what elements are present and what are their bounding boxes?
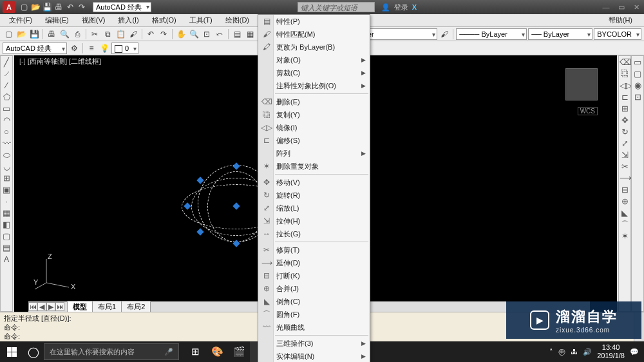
menu-solidedit-sub[interactable]: 实体编辑(N)▶ [258,350,370,362]
table-icon[interactable]: ▤ [1,243,12,253]
ellipse-icon[interactable]: ⬭ [1,150,12,160]
login-label[interactable]: 登录 [394,3,408,12]
menu-offset[interactable]: ⊏偏移(S) [258,134,370,147]
plotstyle-combo[interactable]: BYCOLOR [594,28,641,40]
start-button[interactable] [0,341,23,362]
xline-icon[interactable]: ∕ [1,81,12,91]
gradient-icon[interactable]: ◧ [1,220,12,230]
menu-3dops-sub[interactable]: 三维操作(3)▶ [258,337,370,350]
copy-obj-icon[interactable]: ⿻ [620,69,630,79]
menu-properties[interactable]: ▤特性(P) [258,15,370,28]
lineweight-combo[interactable]: ── ByLayer [528,28,592,40]
layer-combo[interactable]: 0 [111,43,138,54]
menu-lengthen[interactable]: ↔拉长(G) [258,227,370,240]
rectangle-icon[interactable]: ▭ [1,104,12,114]
menu-insert[interactable]: 插入(I) [113,14,144,26]
mic-icon[interactable]: 🎤 [164,348,173,356]
erase-icon[interactable]: ⌫ [620,57,630,68]
fillet-icon[interactable]: ⌒ [620,220,630,230]
viewport-label[interactable]: [-] [西南等轴测] [二维线框] [19,57,101,66]
cut-icon[interactable]: ✂ [89,28,100,40]
layer-brush-icon[interactable]: 🖌 [439,28,450,40]
menu-tools[interactable]: 工具(T) [184,14,218,26]
app-movies-icon[interactable]: 🎬 [228,341,250,362]
menu-annoscale-sub[interactable]: 注释性对象比例(O)▶ [258,79,370,92]
zoom-window-icon[interactable]: ⊡ [201,28,213,40]
menu-mirror[interactable]: ◁▷镜像(I) [258,121,370,134]
chamfer-icon[interactable]: ◣ [620,208,630,218]
layer-bulb-icon[interactable]: 💡 [99,43,110,54]
menu-array-sub[interactable]: 阵列▶ [258,147,370,160]
menu-extend[interactable]: ⟶延伸(D) [258,256,370,269]
nav4-icon[interactable]: ⊡ [632,92,643,102]
menu-object-sub[interactable]: 对象(O)▶ [258,53,370,66]
polygon-icon[interactable]: ⬠ [1,92,12,102]
tray-ime-icon[interactable]: ㊥ [558,347,565,357]
zoom-prev-icon[interactable]: ⤺ [214,28,225,40]
taskbar-clock[interactable]: 13:40 2019/1/8 [597,343,625,360]
qat-save-icon[interactable]: 💾 [43,3,52,12]
app-paint-icon[interactable]: 🎨 [206,341,228,362]
tab-nav-first-icon[interactable]: ⏮ [28,302,37,311]
viewcube[interactable] [565,68,598,100]
menu-rotate[interactable]: ↻旋转(R) [258,189,370,202]
polyline-icon[interactable]: ⟋ [1,69,12,79]
tray-up-icon[interactable]: ˄ [549,348,553,356]
tab-nav-last-icon[interactable]: ⏭ [55,302,64,311]
tray-vol-icon[interactable]: 🔊 [583,348,592,356]
menu-match-properties[interactable]: 🖌特性匹配(M) [258,28,370,41]
break-icon[interactable]: ⊟ [620,185,630,195]
pan-icon[interactable]: ✋ [175,28,187,40]
menu-edit[interactable]: 编辑(E) [40,14,74,26]
preview-icon[interactable]: 🔍 [59,28,70,40]
workspace-combo[interactable]: AutoCAD 经典 [93,2,151,12]
menu-fillet[interactable]: ⌒圆角(F) [258,308,370,321]
region-icon[interactable]: ▢ [1,231,12,242]
tab-layout1[interactable]: 布局1 [92,301,122,312]
notifications-icon[interactable]: 💬 [630,348,639,356]
menu-help[interactable]: 帮助(H) [603,14,638,26]
menu-clip-sub[interactable]: 剪裁(C)▶ [258,66,370,79]
menu-view[interactable]: 视图(V) [77,14,111,26]
menu-stretch[interactable]: ⇲拉伸(H) [258,214,370,227]
explode-icon[interactable]: ✶ [620,231,630,242]
zoom-realtime-icon[interactable]: 🔍 [188,28,200,40]
menu-draw[interactable]: 绘图(D) [220,14,254,26]
qat-print-icon[interactable]: 🖶 [54,3,63,12]
menu-chamfer[interactable]: ◣倒角(C) [258,295,370,308]
cortana-icon[interactable]: ◯ [23,346,44,358]
open-icon[interactable]: 📂 [15,28,27,40]
menu-format[interactable]: 格式(O) [147,14,182,26]
mirror-icon[interactable]: ◁▷ [620,81,630,91]
insert-block-icon[interactable]: ⊞ [1,173,12,184]
qat-redo-icon[interactable]: ↷ [77,3,86,12]
qat-open-icon[interactable]: 📂 [31,3,40,12]
circle-icon[interactable]: ○ [1,127,12,137]
close-button[interactable]: ✕ [632,3,641,12]
arc-icon[interactable]: ◠ [1,115,12,126]
taskview-icon[interactable]: ⊞ [184,341,206,362]
properties-icon[interactable]: ▤ [231,28,243,40]
undo-icon[interactable]: ↶ [145,28,156,40]
help-search-input[interactable]: 键入关键字或短语 [298,2,375,12]
tab-model[interactable]: 模型 [67,301,93,312]
save-icon[interactable]: 💾 [28,28,40,40]
tab-nav-next-icon[interactable]: ▶ [46,302,55,311]
redo-icon[interactable]: ↷ [158,28,169,40]
exchange-icon[interactable]: X [412,3,417,11]
tray-net-icon[interactable]: 🖧 [571,348,578,356]
hatch-icon[interactable]: ▦ [1,208,12,218]
menu-scale[interactable]: ⤢缩放(L) [258,202,370,214]
rotate-icon[interactable]: ↻ [620,127,630,137]
menu-blend[interactable]: 〰光顺曲线 [258,321,370,334]
nav3-icon[interactable]: ◉ [632,81,643,91]
copy-icon[interactable]: ⧉ [102,28,113,40]
scale-icon[interactable]: ⤢ [620,138,630,149]
maximize-button[interactable]: ▭ [617,3,626,12]
qat-undo-icon[interactable]: ↶ [66,3,75,12]
layer-manager-icon[interactable]: ≡ [86,43,97,54]
dcenter-icon[interactable]: ▦ [244,28,256,40]
menu-file[interactable]: 文件(F) [4,14,37,26]
paste-icon[interactable]: 📋 [115,28,126,40]
menu-delete-dup[interactable]: ✶删除重复对象 [258,160,370,173]
